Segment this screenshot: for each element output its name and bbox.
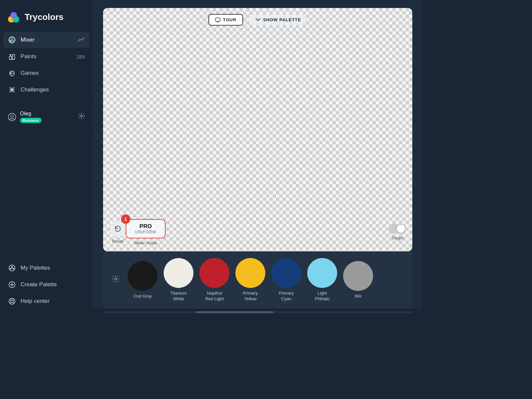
- mixer-mode-label: Mixer mode: [134, 240, 157, 245]
- sidebar-item-create-palette-label: Create Palette: [21, 281, 85, 288]
- mixer-icon: [8, 36, 16, 44]
- sidebar-item-games[interactable]: Games: [3, 65, 89, 81]
- sidebar-item-help-center-label: Help center: [21, 298, 85, 305]
- color-label-titanium-white: TitaniumWhite: [170, 291, 187, 302]
- color-item-cod-gray[interactable]: Cod Gray: [128, 261, 158, 299]
- main-content: TOUR SHOW PALETTE: [93, 0, 422, 316]
- mixer-mode-uniform-label: UNIFORM: [135, 230, 156, 234]
- show-palette-button[interactable]: SHOW PALETTE: [250, 15, 307, 25]
- svg-point-23: [10, 268, 12, 270]
- tour-screen-icon: [215, 18, 220, 22]
- tour-button[interactable]: TOUR: [208, 14, 243, 26]
- sidebar: Trycolors Mixer: [0, 0, 93, 316]
- color-swatch-titanium-white: [164, 258, 194, 288]
- reset-icon: [114, 225, 121, 232]
- svg-point-30: [11, 300, 13, 303]
- color-label-primary-yellow: PrimaryYellow: [243, 291, 258, 302]
- sidebar-bottom-nav: My Palettes Create Palette: [0, 260, 93, 309]
- sidebar-item-my-palettes-label: My Palettes: [21, 265, 85, 271]
- svg-point-29: [9, 298, 15, 304]
- svg-point-24: [13, 268, 14, 270]
- create-palette-icon: [8, 281, 16, 289]
- color-item-light-phthalo[interactable]: LightPhthalo: [307, 258, 337, 302]
- svg-rect-35: [215, 18, 220, 21]
- user-avatar-icon: [8, 113, 16, 121]
- sidebar-nav: Mixer Paints 289: [0, 32, 93, 98]
- user-section[interactable]: Oleg Business: [3, 107, 89, 126]
- color-label-primary-cyan: PrimaryCyan: [279, 291, 294, 302]
- my-palettes-icon: [8, 264, 16, 272]
- target-area: Target: [389, 224, 406, 240]
- svg-point-20: [11, 115, 13, 117]
- user-name: Oleg: [20, 111, 74, 117]
- sidebar-item-help-center[interactable]: Help center: [3, 293, 89, 309]
- color-swatch-light-phthalo: [307, 258, 337, 288]
- color-swatch-napthol-red-light: [200, 258, 229, 288]
- games-icon: [8, 69, 16, 77]
- color-label-light-phthalo: LightPhthalo: [315, 291, 330, 302]
- sidebar-item-my-palettes[interactable]: My Palettes: [3, 260, 89, 276]
- scrollbar-area: [93, 309, 422, 316]
- colors-settings-button[interactable]: [110, 273, 122, 287]
- scrollbar-thumb: [196, 311, 273, 313]
- challenges-icon: [8, 86, 16, 94]
- svg-point-2: [10, 12, 17, 19]
- color-label-wa: WA: [355, 294, 361, 299]
- svg-point-39: [115, 278, 117, 280]
- svg-line-31: [10, 299, 11, 300]
- svg-point-14: [13, 73, 14, 74]
- svg-line-33: [10, 302, 11, 303]
- color-label-cod-gray: Cod Gray: [133, 294, 152, 299]
- sidebar-logo: Trycolors: [0, 7, 93, 32]
- user-settings-icon[interactable]: [78, 113, 85, 121]
- svg-point-21: [80, 115, 82, 117]
- svg-rect-8: [12, 55, 15, 60]
- scrollbar-track[interactable]: [103, 311, 412, 313]
- color-swatch-primary-cyan: [271, 258, 301, 288]
- paints-icon: [8, 53, 16, 61]
- reset-label: Reset: [112, 239, 123, 244]
- color-item-primary-yellow[interactable]: PrimaryYellow: [235, 258, 265, 302]
- color-swatch-primary-yellow: [235, 258, 265, 288]
- sidebar-item-challenges-label: Challenges: [21, 86, 85, 93]
- color-label-napthol-red-light: NaptholRed Light: [205, 291, 224, 302]
- svg-point-6: [11, 38, 13, 40]
- sidebar-item-create-palette[interactable]: Create Palette: [3, 277, 89, 293]
- svg-rect-7: [9, 56, 12, 60]
- svg-point-13: [13, 72, 14, 73]
- user-plan-badge: Business: [20, 118, 42, 123]
- svg-line-32: [13, 299, 14, 300]
- canvas-checkerboard: [103, 8, 412, 251]
- sidebar-item-paints[interactable]: Paints 289: [3, 49, 89, 65]
- color-item-napthol-red-light[interactable]: NaptholRed Light: [200, 258, 229, 302]
- mixer-trend-icon: [77, 37, 85, 44]
- target-toggle[interactable]: [389, 224, 406, 233]
- svg-point-25: [11, 266, 13, 268]
- mixer-mode-box[interactable]: PRO UNIFORM: [126, 219, 166, 238]
- sidebar-divider-1: [3, 102, 89, 103]
- mixer-mode-wrapper: 1 PRO UNIFORM Mixer mode: [126, 219, 166, 245]
- sidebar-item-games-label: Games: [21, 70, 85, 76]
- canvas-topbar: TOUR SHOW PALETTE: [103, 14, 412, 26]
- mixer-mode-pro-label: PRO: [140, 223, 152, 230]
- color-swatch-cod-gray: [128, 261, 158, 291]
- color-swatch-wa: [343, 261, 373, 291]
- canvas-bottombar: Reset 1 PRO UNIFORM Mixer mode: [103, 219, 412, 245]
- paints-badge: 289: [76, 54, 85, 60]
- colors-panel: Cod Gray TitaniumWhite NaptholRed Light …: [103, 251, 412, 309]
- color-item-primary-cyan[interactable]: PrimaryCyan: [271, 258, 301, 302]
- mixer-container: TOUR SHOW PALETTE: [93, 0, 422, 309]
- user-info: Oleg Business: [20, 111, 74, 123]
- chevron-down-icon: [256, 17, 260, 22]
- sidebar-item-challenges[interactable]: Challenges: [3, 82, 89, 98]
- target-label: Target: [391, 235, 403, 240]
- sidebar-item-mixer-label: Mixer: [21, 37, 73, 43]
- reset-area: Reset: [110, 221, 126, 244]
- color-item-titanium-white[interactable]: TitaniumWhite: [164, 258, 194, 302]
- canvas-area: TOUR SHOW PALETTE: [103, 8, 412, 251]
- sidebar-item-paints-label: Paints: [21, 53, 72, 60]
- sidebar-item-mixer[interactable]: Mixer: [3, 32, 89, 48]
- sidebar-divider-2: [3, 131, 89, 131]
- color-item-wa[interactable]: WA: [343, 261, 373, 299]
- svg-point-22: [9, 265, 15, 271]
